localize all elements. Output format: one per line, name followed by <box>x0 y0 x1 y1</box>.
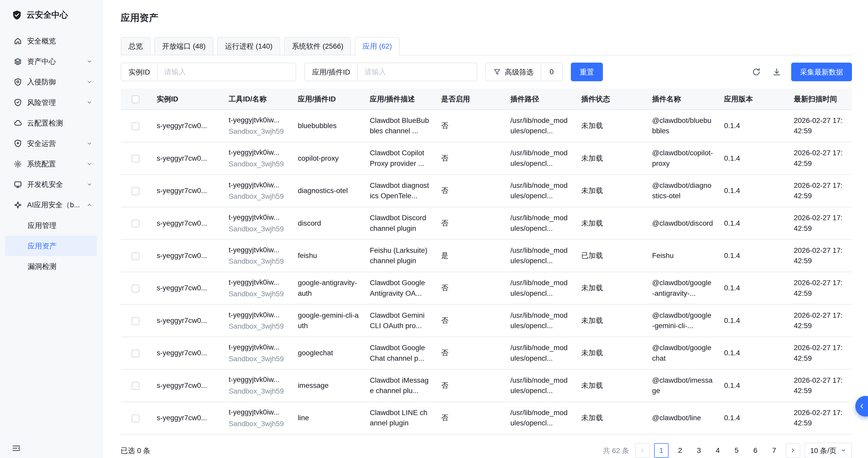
cell-scan-time: 2026-02-27 17:42:59 <box>788 142 852 174</box>
cell-instance-id: s-yeggyr7cw0... <box>151 110 223 142</box>
row-checkbox[interactable] <box>132 220 140 227</box>
row-checkbox[interactable] <box>132 155 140 162</box>
prev-page-button[interactable] <box>635 443 650 458</box>
page-size-value: 10 条/页 <box>810 446 836 455</box>
cell-tool: t-yeggyjtvk0iw...Sandbox_3wjh59 <box>223 337 292 369</box>
advanced-filter-count: 0 <box>541 68 562 76</box>
sidebar-item-label: 开发机安全 <box>27 180 82 189</box>
sidebar-item[interactable]: 安全概览 <box>5 31 97 51</box>
table-row: s-yeggyr7cw0...t-yeggyjtvk0iw...Sandbox_… <box>121 142 852 174</box>
page-size-select[interactable]: 10 条/页 <box>805 443 852 458</box>
cell-enabled: 否 <box>436 402 505 434</box>
cell-instance-id: s-yeggyr7cw0... <box>151 402 223 434</box>
cell-enabled: 是 <box>436 239 505 272</box>
sidebar-item[interactable]: 开发机安全 <box>5 174 97 194</box>
sidebar-item[interactable]: 资产中心 <box>5 51 97 72</box>
select-all-checkbox[interactable] <box>132 95 140 103</box>
column-header: 插件状态 <box>576 89 647 110</box>
cell-plugin-name: @clawdbot/imessage <box>647 369 718 402</box>
cell-instance-id: s-yeggyr7cw0... <box>151 175 223 207</box>
cell-description: Clawdbot Gemini CLI OAuth pro... <box>364 304 436 337</box>
cell-status: 已加载 <box>576 239 647 272</box>
cell-plugin-id: google-antigravity-auth <box>292 272 364 304</box>
cell-path: /usr/lib/node_modules/opencl... <box>505 239 576 272</box>
page-button-6[interactable]: 6 <box>748 443 763 458</box>
app-logo: 云安全中心 <box>0 0 102 27</box>
risk-management-icon <box>14 98 22 106</box>
download-button[interactable] <box>771 66 783 78</box>
cell-scan-time: 2026-02-27 17:42:59 <box>788 402 852 434</box>
cell-tool: t-yeggyjtvk0iw...Sandbox_3wjh59 <box>223 175 292 207</box>
sidebar-item[interactable]: AI应用安全（b... <box>5 194 97 215</box>
column-header: 插件路径 <box>505 89 576 110</box>
cell-version: 0.1.4 <box>718 272 788 304</box>
cell-scan-time: 2026-02-27 17:42:59 <box>788 175 852 207</box>
page-button-4[interactable]: 4 <box>711 443 725 458</box>
cell-tool: t-yeggyjtvk0iw...Sandbox_3wjh59 <box>223 369 292 402</box>
cell-plugin-id: googlechat <box>292 337 364 369</box>
chevron-down-icon <box>86 141 93 147</box>
sidebar-item[interactable]: 入侵防御 <box>5 72 97 92</box>
tab[interactable]: 总览 <box>121 37 151 55</box>
cell-tool: t-yeggyjtvk0iw...Sandbox_3wjh59 <box>223 402 292 434</box>
cell-status: 未加载 <box>576 175 647 207</box>
table-body: s-yeggyr7cw0...t-yeggyjtvk0iw...Sandbox_… <box>121 110 852 434</box>
cell-instance-id: s-yeggyr7cw0... <box>151 304 223 337</box>
cell-version: 0.1.4 <box>718 304 788 337</box>
collapse-sidebar-button[interactable] <box>12 444 21 453</box>
page-button-7[interactable]: 7 <box>767 443 781 458</box>
tab[interactable]: 开放端口 (48) <box>154 37 213 55</box>
column-header: 应用/插件描述 <box>364 89 436 110</box>
sidebar-subitem[interactable]: 应用资产 <box>5 236 97 256</box>
page-button-1[interactable]: 1 <box>654 443 669 458</box>
tab[interactable]: 运行进程 (140) <box>217 37 280 55</box>
cell-scan-time: 2026-02-27 17:42:59 <box>788 304 852 337</box>
cell-plugin-id: diagnostics-otel <box>292 175 364 207</box>
ai-security-icon <box>14 201 22 209</box>
sidebar-item[interactable]: 风险管理 <box>5 92 97 113</box>
sidebar-item[interactable]: 云配置检测 <box>5 113 97 133</box>
plugin-id-input[interactable] <box>358 63 477 81</box>
cell-plugin-name: @clawdbot/diagnostics-otel <box>647 175 718 207</box>
sidebar-subitem-label: 应用管理 <box>28 221 56 230</box>
row-checkbox[interactable] <box>132 285 140 293</box>
page-title: 应用资产 <box>121 12 852 24</box>
sidebar-menu: 安全概览资产中心入侵防御风险管理云配置检测安全运营系统配置开发机安全AI应用安全… <box>0 27 102 458</box>
tab[interactable]: 系统软件 (2566) <box>284 37 351 55</box>
cell-instance-id: s-yeggyr7cw0... <box>151 272 223 304</box>
reset-button[interactable]: 重置 <box>571 63 603 82</box>
row-checkbox[interactable] <box>132 349 140 357</box>
row-checkbox[interactable] <box>132 415 140 422</box>
page-button-3[interactable]: 3 <box>692 443 706 458</box>
instance-id-input[interactable] <box>158 63 296 81</box>
chevron-right-icon <box>789 447 796 454</box>
next-page-button[interactable] <box>786 443 800 458</box>
row-checkbox[interactable] <box>132 187 140 195</box>
sidebar-subitem[interactable]: 应用管理 <box>5 215 97 236</box>
cloud-config-icon <box>14 119 22 127</box>
column-header: 工具ID/名称 <box>223 89 292 110</box>
advanced-filter-button[interactable]: 高级筛选 0 <box>486 63 562 82</box>
sidebar-item[interactable]: 安全运营 <box>5 133 97 154</box>
page-button-5[interactable]: 5 <box>730 443 744 458</box>
sidebar-item[interactable]: 系统配置 <box>5 154 97 174</box>
table-row: s-yeggyr7cw0...t-yeggyjtvk0iw...Sandbox_… <box>121 337 852 369</box>
row-checkbox[interactable] <box>132 317 140 325</box>
row-checkbox[interactable] <box>132 252 140 260</box>
table-row: s-yeggyr7cw0...t-yeggyjtvk0iw...Sandbox_… <box>121 369 852 402</box>
row-checkbox[interactable] <box>132 122 140 130</box>
intrusion-defense-icon <box>14 78 22 86</box>
cell-scan-time: 2026-02-27 17:42:59 <box>788 207 852 239</box>
refresh-button[interactable] <box>750 66 762 78</box>
plugin-id-label: 应用/插件ID <box>305 63 358 81</box>
collect-data-button[interactable]: 采集最新数据 <box>791 63 852 82</box>
sidebar-item-label: 资产中心 <box>27 57 82 66</box>
cell-version: 0.1.4 <box>718 110 788 142</box>
row-checkbox[interactable] <box>132 382 140 390</box>
sidebar-subitem[interactable]: 漏洞检测 <box>5 256 97 277</box>
table-footer: 已选 0 条 共 62 条 1234567 10 条/页 <box>121 443 852 458</box>
tab[interactable]: 应用 (62) <box>355 37 399 55</box>
cell-status: 未加载 <box>576 142 647 174</box>
cell-tool: t-yeggyjtvk0iw...Sandbox_3wjh59 <box>223 272 292 304</box>
page-button-2[interactable]: 2 <box>673 443 687 458</box>
